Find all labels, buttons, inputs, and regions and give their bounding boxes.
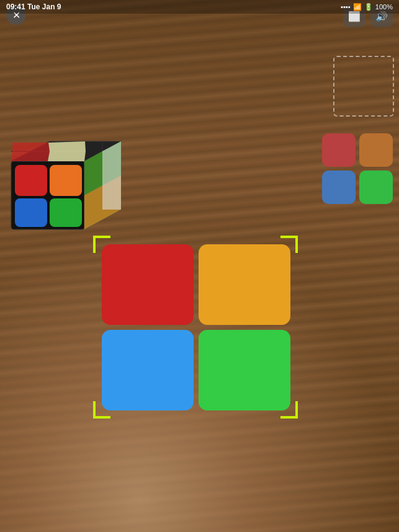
status-time: 09:41 Tue Jan 9 [6, 2, 61, 11]
stray-row-0 [322, 133, 393, 167]
stray-swatch-0-0[interactable] [322, 133, 356, 167]
signal-icon: ▪▪▪▪ [341, 3, 351, 11]
status-icons: ▪▪▪▪ 📶 🔋 100% [341, 3, 393, 11]
svg-marker-9 [11, 151, 50, 161]
stray-row-1 [322, 171, 393, 204]
svg-rect-3 [50, 165, 82, 196]
status-bar: 09:41 Tue Jan 9 ▪▪▪▪ 📶 🔋 100% [0, 0, 399, 14]
svg-marker-10 [48, 151, 86, 161]
svg-rect-5 [50, 198, 82, 227]
wifi-icon: 📶 [353, 3, 362, 11]
stray-swatches [322, 133, 393, 204]
scan-corner-bl [93, 401, 110, 419]
svg-marker-11 [12, 143, 50, 151]
svg-rect-2 [15, 165, 47, 196]
svg-marker-19 [102, 175, 121, 210]
scan-overlay [93, 236, 298, 419]
battery-icon: 🔋 [364, 3, 373, 11]
cube-diagram [6, 136, 121, 233]
stray-swatch-1-0[interactable] [322, 171, 356, 204]
scan-corner-tl [93, 236, 110, 253]
svg-marker-12 [48, 141, 86, 151]
scan-corner-tr [280, 236, 298, 253]
svg-rect-4 [15, 198, 47, 227]
battery-percent: 100% [375, 3, 393, 11]
bottom-swatch-placeholder [333, 56, 394, 117]
scan-corner-br [280, 401, 298, 419]
stray-swatch-0-1[interactable] [359, 133, 393, 167]
stray-swatch-1-1[interactable] [359, 171, 393, 204]
